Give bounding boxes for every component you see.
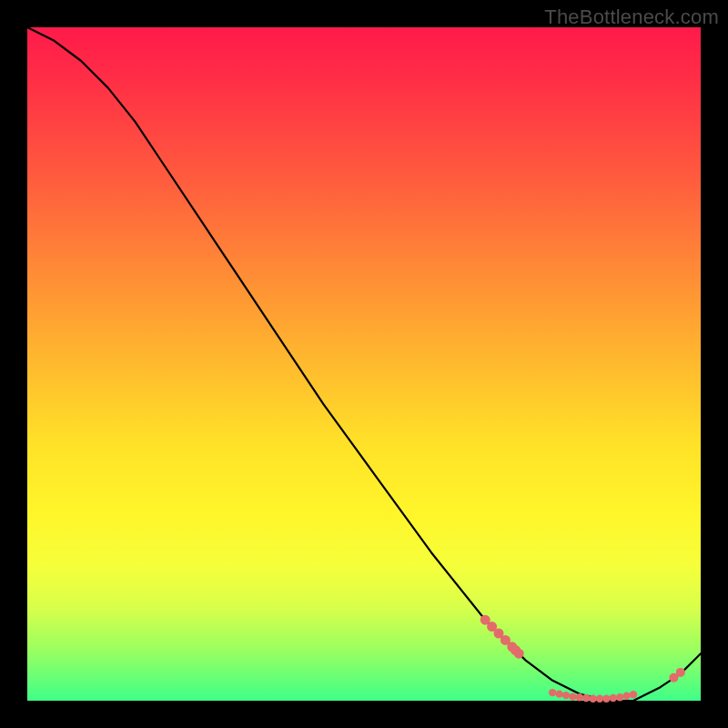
data-marker [602,695,610,703]
plot-area [27,27,701,701]
curve-line [27,27,701,701]
data-marker [596,695,603,703]
data-marker [676,668,685,677]
data-marker [514,649,524,659]
data-marker [549,689,556,696]
watermark-text: TheBottleneck.com [544,5,719,29]
data-marker [610,694,617,702]
data-marker [555,690,562,697]
data-marker [562,692,570,699]
data-marker [622,693,630,700]
chart-frame: TheBottleneck.com [0,0,728,728]
data-marker [630,691,637,698]
data-marker [576,693,583,701]
data-marker [582,694,590,702]
data-marker [589,695,596,703]
data-marker [569,693,576,700]
chart-svg [27,27,701,701]
data-marker [616,693,623,701]
